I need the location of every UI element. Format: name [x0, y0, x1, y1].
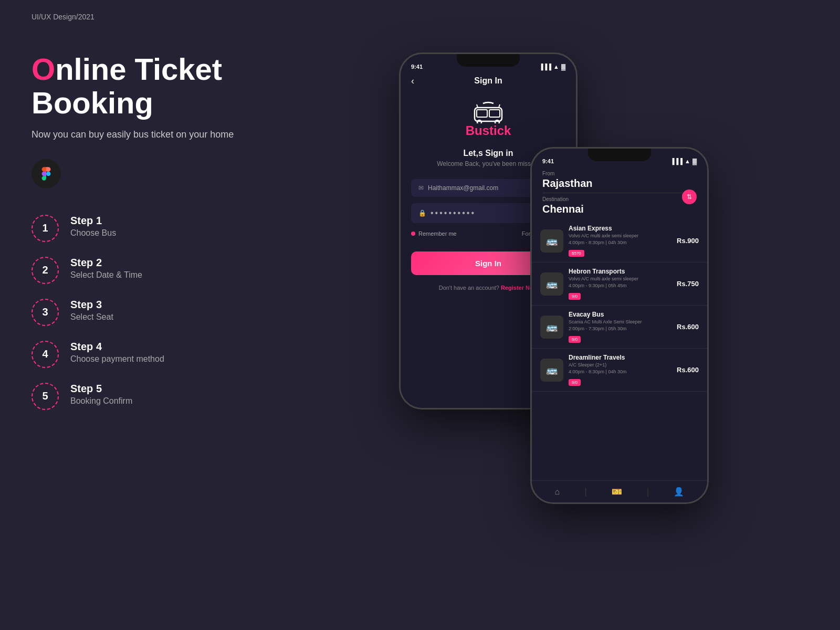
logo-b: B	[466, 123, 475, 138]
signin-header: ‹ Sign In	[401, 72, 576, 90]
step-item-4: 4 Step 4 Choose payment method	[32, 341, 294, 368]
step-3-desc: Select Seat	[70, 312, 113, 322]
remember-left: Remember me	[411, 230, 457, 237]
remember-checkbox[interactable]	[411, 232, 415, 236]
phone-2: 9:41 ▐▐▐ ▲ ▓ From Rajasthan Destination …	[530, 147, 709, 504]
page-title-signin: Sign In	[474, 76, 502, 86]
step-item-5: 5 Step 5 Booking Confirm	[32, 383, 294, 410]
status-time-2: 9:41	[542, 158, 554, 164]
step-4-desc: Choose payment method	[70, 354, 164, 364]
bus-type-2: Scania AC Multi Axle Semi Sleeper	[569, 319, 671, 324]
password-value: ••••••••••	[430, 208, 476, 218]
home-nav-icon[interactable]: ⌂	[554, 487, 560, 497]
svg-rect-2	[489, 110, 500, 117]
bus-price-0: Rs.900	[677, 237, 699, 245]
profile-nav-icon[interactable]: 👤	[674, 487, 684, 497]
route-divider	[542, 193, 697, 193]
battery-icon-2: ▓	[692, 158, 697, 164]
bus-thumb-1: 🚌	[540, 272, 563, 296]
step-4-title: Step 4	[70, 341, 164, 353]
step-1-desc: Choose Bus	[70, 228, 116, 238]
step-circle-5: 5	[32, 383, 59, 410]
step-circle-4: 4	[32, 341, 59, 368]
bus-list: 🚌 Asian Express Volvo A/C multi axle sem…	[532, 217, 707, 480]
signal-icon-2: ▐▐▐	[670, 158, 682, 164]
step-item-1: 1 Step 1 Choose Bus	[32, 215, 294, 242]
status-time-1: 9:41	[411, 64, 423, 70]
bottom-nav: ⌂ | 🎫 | 👤	[532, 480, 707, 502]
phones-container: 9:41 ▐▐▐ ▲ ▓ ‹ Sign In	[368, 32, 840, 609]
bus-tag-1: 9/0	[569, 293, 581, 300]
svg-rect-1	[477, 110, 487, 117]
bus-name-1: Hebron Transports	[569, 268, 671, 275]
status-bar-1: 9:41 ▐▐▐ ▲ ▓	[401, 58, 576, 72]
bus-name-3: Dreamliner Travels	[569, 354, 671, 361]
bus-time-2: 2:00pm - 7:30pm | 05h 30m	[569, 326, 671, 331]
bus-thumb-2: 🚌	[540, 316, 563, 339]
step-circle-3: 3	[32, 299, 59, 326]
bus-price-3: Rs.600	[677, 366, 699, 374]
from-value: Rajasthan	[542, 177, 697, 190]
bus-thumb-3: 🚌	[540, 359, 563, 382]
signin-logo: Bustick	[401, 90, 576, 144]
bus-name-2: Evacay Bus	[569, 311, 671, 318]
wifi-icon-2: ▲	[685, 158, 690, 164]
bus-info-1: Hebron Transports Volvo A/C multi axle s…	[569, 268, 671, 300]
step-2-desc: Select Date & Time	[70, 270, 142, 280]
bus-logo-icon	[472, 100, 504, 123]
bus-tag-3: 9/0	[569, 379, 581, 386]
step-text-3: Step 3 Select Seat	[70, 299, 113, 322]
figma-icon	[32, 159, 61, 188]
bus-info-2: Evacay Bus Scania AC Multi Axle Semi Sle…	[569, 311, 671, 343]
step-text-1: Step 1 Choose Bus	[70, 215, 116, 238]
bus-type-1: Volvo A/C multi axle semi sleeper	[569, 276, 671, 281]
left-content: Online Ticket Booking Now you can buy ea…	[32, 52, 294, 410]
step-2-title: Step 2	[70, 257, 142, 269]
step-5-desc: Booking Confirm	[70, 396, 132, 406]
bus-type-3: A/C Sleeper (2+1)	[569, 362, 671, 368]
step-3-title: Step 3	[70, 299, 113, 311]
dest-value: Chennai	[542, 203, 697, 215]
phone-2-screen: 9:41 ▐▐▐ ▲ ▓ From Rajasthan Destination …	[532, 149, 707, 502]
title-o: O	[32, 52, 55, 86]
bus-info-0: Asian Express Volvo A/C multi axle semi …	[569, 225, 671, 257]
swap-button[interactable]: ⇅	[682, 190, 697, 204]
subtitle: Now you can buy easily bus ticket on you…	[32, 129, 294, 140]
bus-type-0: Volvo A/C multi axle semi sleeper	[569, 233, 671, 238]
back-button[interactable]: ‹	[411, 76, 414, 87]
step-circle-1: 1	[32, 215, 59, 242]
watermark: UI/UX Design/2021	[32, 13, 94, 21]
nav-divider-1: |	[584, 486, 587, 497]
bus-item-3[interactable]: 🚌 Dreamliner Travels A/C Sleeper (2+1) 4…	[532, 349, 707, 392]
ticket-nav-icon[interactable]: 🎫	[612, 487, 622, 497]
bus-time-1: 4:00pm - 9:30pm | 05h 45m	[569, 283, 671, 288]
bus-name-0: Asian Express	[569, 225, 671, 232]
status-bar-2: 9:41 ▐▐▐ ▲ ▓	[532, 153, 707, 166]
email-value: Haithammax@gmail.com	[428, 184, 498, 192]
signal-icon: ▐▐▐	[539, 64, 551, 70]
remember-label: Remember me	[418, 230, 457, 237]
bus-thumb-0: 🚌	[540, 229, 563, 253]
bus-info-3: Dreamliner Travels A/C Sleeper (2+1) 4:0…	[569, 354, 671, 386]
bus-tag-2: 9/0	[569, 336, 581, 343]
no-account-text: Don't have an account?	[439, 285, 499, 291]
step-text-2: Step 2 Select Date & Time	[70, 257, 142, 280]
bus-item-2[interactable]: 🚌 Evacay Bus Scania AC Multi Axle Semi S…	[532, 306, 707, 349]
bus-item-0[interactable]: 🚌 Asian Express Volvo A/C multi axle sem…	[532, 219, 707, 262]
step-text-5: Step 5 Booking Confirm	[70, 383, 132, 406]
bus-item-1[interactable]: 🚌 Hebron Transports Volvo A/C multi axle…	[532, 262, 707, 306]
bus-time-3: 4:00pm - 8:30pm | 04h 30m	[569, 369, 671, 374]
bus-price-2: Rs.600	[677, 323, 699, 331]
wifi-icon: ▲	[553, 64, 559, 70]
status-icons-1: ▐▐▐ ▲ ▓	[539, 64, 565, 70]
route-header: From Rajasthan Destination Chennai ⇅	[532, 166, 707, 217]
step-text-4: Step 4 Choose payment method	[70, 341, 164, 364]
step-1-title: Step 1	[70, 215, 116, 227]
step-item-3: 3 Step 3 Select Seat	[32, 299, 294, 326]
from-label: From	[542, 171, 697, 176]
main-title: Online Ticket Booking	[32, 52, 294, 120]
steps-list: 1 Step 1 Choose Bus 2 Step 2 Select Date…	[32, 215, 294, 410]
logo-text: Bustick	[466, 123, 511, 138]
bus-price-1: Rs.750	[677, 280, 699, 288]
logo-ustick: ustick	[475, 123, 511, 138]
